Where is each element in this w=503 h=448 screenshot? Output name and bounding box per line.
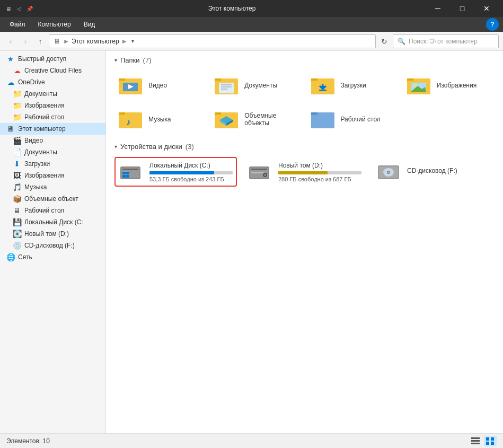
sidebar-item-pc-desktop[interactable]: 🖥 Рабочий стол: [0, 205, 105, 216]
minimize-button[interactable]: ─: [426, 0, 450, 17]
folder-images[interactable]: Изображения: [403, 71, 495, 100]
svg-rect-56: [471, 440, 480, 442]
sidebar-item-pc-video[interactable]: 🎬 Видео: [0, 135, 105, 146]
menu-file[interactable]: Файл: [4, 19, 31, 30]
svg-text:♪: ♪: [126, 117, 131, 127]
sidebar-item-pc-3d[interactable]: 📦 Объемные объект: [0, 193, 105, 205]
folder-video[interactable]: Видео: [114, 71, 206, 100]
svg-rect-17: [319, 90, 326, 91]
folder-desktop[interactable]: Рабочий стол: [307, 104, 399, 134]
svg-rect-60: [486, 442, 489, 445]
sidebar-label-local-c: Локальный Диск (С:: [24, 218, 83, 226]
sidebar-item-this-pc[interactable]: 🖥 Этот компьютер: [0, 123, 105, 135]
folder-docs[interactable]: Документы: [210, 71, 302, 100]
view-tiles-button[interactable]: [484, 436, 497, 446]
svg-rect-47: [251, 172, 264, 173]
drives-collapse-btn[interactable]: ▾: [114, 144, 117, 150]
sidebar-label-od-docs: Документы: [24, 90, 57, 98]
sidebar-item-pc-music[interactable]: 🎵 Музыка: [0, 181, 105, 193]
svg-rect-46: [251, 169, 267, 170]
up-button[interactable]: ↑: [34, 35, 47, 48]
folder-downloads[interactable]: Загрузки: [307, 71, 399, 100]
help-button[interactable]: ?: [486, 18, 499, 31]
forward-button[interactable]: ›: [19, 35, 32, 48]
sidebar-item-pc-docs[interactable]: 📄 Документы: [0, 146, 105, 158]
folders-label: Папки: [120, 56, 140, 64]
sidebar-label-pc-downloads: Загрузки: [24, 160, 50, 168]
back-button[interactable]: ‹: [4, 35, 17, 48]
drive-cd-info: CD-дисковод (F:): [407, 167, 490, 177]
view-details-button[interactable]: [469, 436, 482, 446]
folder-video-icon: [119, 75, 144, 96]
svg-rect-41: [122, 175, 126, 178]
search-box[interactable]: 🔍 Поиск: Этот компьютер: [393, 34, 499, 48]
svg-rect-57: [471, 443, 480, 444]
menu-view[interactable]: Вид: [78, 19, 101, 30]
drive-c-info: Локальный Диск (C:) 53,3 ГБ свободно из …: [149, 162, 233, 182]
creative-cloud-icon: ☁: [13, 66, 21, 75]
svg-rect-8: [219, 83, 234, 93]
sidebar-label-onedrive: OneDrive: [18, 78, 45, 86]
path-separator: ►: [63, 38, 69, 45]
items-count: Элементов: 10: [6, 437, 50, 445]
sidebar-item-pc-downloads[interactable]: ⬇ Загрузки: [0, 158, 105, 170]
search-icon: 🔍: [398, 38, 405, 45]
folders-collapse-btn[interactable]: ▾: [114, 57, 117, 63]
sidebar-label-pc-video: Видео: [24, 137, 43, 144]
pc-desktop-icon: 🖥: [13, 206, 21, 215]
folder-music-icon: ♪: [119, 109, 144, 130]
svg-rect-43: [126, 175, 129, 178]
folder-music[interactable]: ♪ Музыка: [114, 104, 206, 134]
sidebar-item-od-images[interactable]: 📁 Изображения: [0, 100, 105, 111]
sidebar-label-pc-music: Музыка: [24, 183, 47, 191]
od-docs-icon: 📁: [13, 90, 21, 98]
address-path[interactable]: 🖥 ► Этот компьютер ► ▾: [49, 34, 376, 48]
sidebar-label-creative-cloud: Creative Cloud Files: [24, 67, 82, 74]
menu-bar: Файл Компьютер Вид ?: [0, 17, 503, 32]
maximize-button[interactable]: □: [450, 0, 474, 17]
sidebar-label-od-desktop: Рабочий стол: [24, 113, 64, 121]
folder-docs-icon: [215, 75, 240, 96]
menu-computer[interactable]: Компьютер: [33, 19, 76, 30]
drives-count: (3): [186, 143, 194, 151]
sidebar-label-od-images: Изображения: [24, 102, 64, 109]
this-pc-icon: 🖥: [6, 125, 15, 133]
search-placeholder: Поиск: Этот компьютер: [409, 38, 478, 45]
cd-f-icon: 💿: [13, 241, 21, 250]
folder-images-name: Изображения: [437, 82, 476, 89]
drive-d-space: 280 ГБ свободно из 687 ГБ: [278, 176, 361, 182]
folder-3d[interactable]: Объемные объекты: [210, 104, 302, 134]
drive-cd[interactable]: CD-дисковод (F:): [372, 157, 495, 187]
back-history-icon: ◁: [15, 4, 23, 13]
sidebar-item-cd-f[interactable]: 💿 CD-дисковод (F:): [0, 240, 105, 251]
svg-point-49: [264, 174, 266, 176]
sidebar-label-this-pc: Этот компьютер: [18, 125, 66, 133]
od-desktop-icon: 📁: [13, 113, 21, 121]
close-button[interactable]: ✕: [474, 0, 499, 17]
sidebar-item-new-d[interactable]: 💽 Новый том (D:): [0, 228, 105, 240]
drive-c-name: Локальный Диск (C:): [149, 162, 233, 169]
sidebar-item-quick-access[interactable]: ★ Быстрый доступ: [0, 53, 105, 65]
content-area: ▾ Папки (7) Видео: [106, 51, 503, 433]
drive-d-icon: [248, 161, 273, 182]
sidebar-item-od-docs[interactable]: 📁 Документы: [0, 88, 105, 100]
sidebar-item-od-desktop[interactable]: 📁 Рабочий стол: [0, 111, 105, 123]
refresh-button[interactable]: ↻: [378, 35, 391, 48]
sidebar-item-local-c[interactable]: 💾 Локальный Диск (С:: [0, 216, 105, 228]
drive-c-bar-fill: [149, 171, 214, 174]
sidebar-item-network[interactable]: 🌐 Сеть: [0, 251, 105, 263]
drive-c[interactable]: Локальный Диск (C:) 53,3 ГБ свободно из …: [114, 157, 237, 187]
sidebar-item-onedrive[interactable]: ☁ OneDrive: [0, 76, 105, 88]
title-bar-icons: 🖥 ◁ 📌: [4, 4, 34, 13]
drive-d[interactable]: Новый том (D:) 280 ГБ свободно из 687 ГБ: [243, 157, 366, 187]
sidebar-item-creative-cloud[interactable]: ☁ Creative Cloud Files: [0, 65, 105, 76]
drive-c-space: 53,3 ГБ свободно из 243 ГБ: [149, 176, 233, 182]
od-images-icon: 📁: [13, 101, 21, 110]
drives-grid: Локальный Диск (C:) 53,3 ГБ свободно из …: [114, 157, 495, 187]
svg-rect-39: [122, 169, 138, 170]
sidebar-item-pc-images[interactable]: 🖼 Изображения: [0, 170, 105, 181]
drive-cd-icon: [376, 161, 402, 182]
pc-3d-icon: 📦: [13, 195, 21, 203]
address-dropdown-btn[interactable]: ▾: [128, 38, 138, 44]
drive-d-bar-bg: [278, 171, 361, 174]
